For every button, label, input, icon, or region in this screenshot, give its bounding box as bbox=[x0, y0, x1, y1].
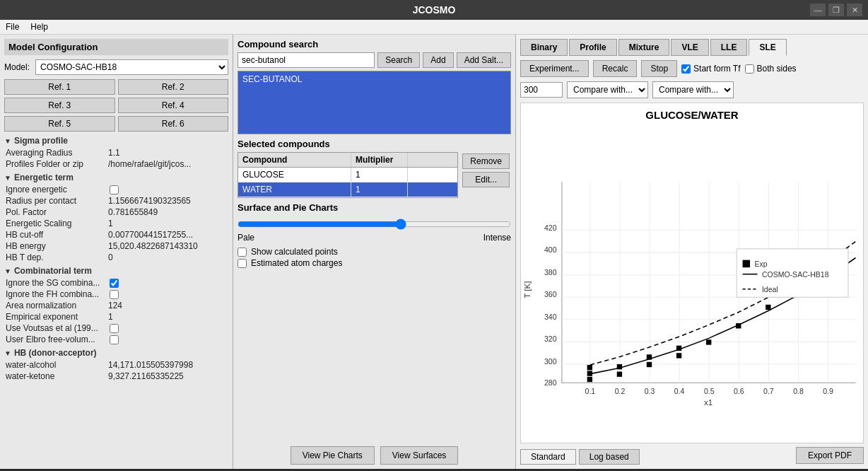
edit-button[interactable]: Edit... bbox=[462, 172, 510, 187]
view-pie-charts-button[interactable]: View Pie Charts bbox=[291, 446, 375, 465]
averaging-radius-label: Averaging Radius bbox=[6, 148, 108, 158]
svg-text:0.4: 0.4 bbox=[674, 387, 685, 395]
add-salt-button[interactable]: Add Salt... bbox=[457, 52, 511, 68]
hb-cutoff-value: 0.007700441517255... bbox=[108, 230, 193, 240]
compound-actions: Remove Edit... bbox=[461, 152, 511, 198]
hb-header: ▼ HB (donor-acceptor) bbox=[4, 348, 228, 358]
stop-button[interactable]: Stop bbox=[641, 60, 677, 77]
add-button[interactable]: Add bbox=[423, 52, 453, 68]
radius-per-contact-value: 1.1566674190323565 bbox=[108, 196, 191, 206]
ignore-sg-checkbox[interactable] bbox=[110, 279, 119, 288]
app-title: JCOSMO bbox=[413, 4, 456, 16]
pol-factor-row: Pol. Factor 0.781655849 bbox=[4, 207, 228, 218]
experiment-button[interactable]: Experiment... bbox=[520, 60, 589, 77]
user-elbro-checkbox[interactable] bbox=[110, 335, 119, 344]
view-surfaces-button[interactable]: View Surfaces bbox=[380, 446, 458, 465]
chart-svg: 280 300 320 340 360 380 400 420 0.1 0.2 bbox=[521, 124, 863, 463]
compound-row-water[interactable]: WATER 1 bbox=[238, 182, 457, 197]
ref-3-button[interactable]: Ref. 3 bbox=[4, 98, 115, 113]
search-button[interactable]: Search bbox=[377, 52, 420, 68]
svg-text:300: 300 bbox=[544, 357, 557, 366]
svg-text:0.2: 0.2 bbox=[615, 387, 626, 395]
compare-with-2-select[interactable]: Compare with... bbox=[652, 81, 734, 98]
search-result-item[interactable]: SEC-BUTANOL bbox=[238, 71, 510, 87]
left-panel-title: Model Configuration bbox=[4, 39, 228, 55]
energetic-scaling-row: Energetic Scaling 1 bbox=[4, 218, 228, 229]
both-sides-checkbox[interactable] bbox=[745, 64, 754, 74]
controls-row-2: Compare with... Compare with... bbox=[520, 81, 864, 98]
area-norm-row: Area normalization 124 bbox=[4, 300, 228, 311]
show-calc-label: Show calculated points bbox=[251, 247, 338, 257]
remove-button[interactable]: Remove bbox=[462, 153, 510, 169]
svg-rect-47 bbox=[736, 323, 741, 328]
intensity-slider[interactable] bbox=[237, 219, 511, 230]
menu-help[interactable]: Help bbox=[30, 22, 48, 32]
selected-compounds-section: Selected compounds Compound Multiplier G… bbox=[237, 139, 511, 198]
header-compound: Compound bbox=[238, 153, 351, 167]
bottom-btns: View Pie Charts View Surfaces bbox=[237, 446, 511, 465]
profiles-folder-label: Profiles Folder or zip bbox=[6, 159, 108, 169]
ref-grid: Ref. 1 Ref. 2 Ref. 3 Ref. 4 Ref. 5 Ref. … bbox=[4, 79, 228, 132]
ignore-energetic-row: Ignore energetic bbox=[4, 184, 228, 195]
tab-vle[interactable]: VLE bbox=[671, 39, 708, 56]
ref-5-button[interactable]: Ref. 5 bbox=[4, 116, 115, 132]
svg-text:0.1: 0.1 bbox=[585, 387, 596, 395]
use-voutsas-row: Use Voutsas et al (199... bbox=[4, 322, 228, 334]
svg-text:380: 380 bbox=[544, 268, 557, 277]
averaging-radius-row: Averaging Radius 1.1 bbox=[4, 147, 228, 158]
middle-panel: Compound search Search Add Add Salt... S… bbox=[233, 35, 516, 469]
tab-lle[interactable]: LLE bbox=[710, 39, 748, 56]
menu-file[interactable]: File bbox=[6, 22, 19, 32]
compound-name-glucose: GLUCOSE bbox=[238, 168, 351, 182]
compound-row-glucose[interactable]: GLUCOSE 1 bbox=[238, 168, 457, 182]
tab-binary[interactable]: Binary bbox=[520, 39, 568, 56]
show-calc-checkbox[interactable] bbox=[237, 248, 247, 257]
ref-6-button[interactable]: Ref. 6 bbox=[118, 116, 229, 132]
svg-text:0.6: 0.6 bbox=[734, 387, 744, 395]
svg-text:360: 360 bbox=[544, 290, 557, 298]
restore-button[interactable]: ❐ bbox=[828, 4, 844, 16]
search-input[interactable] bbox=[237, 52, 375, 68]
ref-2-button[interactable]: Ref. 2 bbox=[118, 79, 229, 95]
pol-factor-label: Pol. Factor bbox=[6, 207, 108, 217]
model-select[interactable]: COSMO-SAC-HB18 bbox=[35, 59, 228, 75]
both-sides-label: Both sides bbox=[745, 64, 797, 74]
svg-text:320: 320 bbox=[544, 335, 557, 343]
ignore-fh-checkbox[interactable] bbox=[110, 290, 119, 299]
svg-rect-39 bbox=[587, 365, 592, 370]
hb-energy-label: HB energy bbox=[6, 241, 108, 251]
compounds-table-header: Compound Multiplier bbox=[238, 153, 457, 168]
svg-text:0.3: 0.3 bbox=[645, 387, 655, 395]
svg-rect-41 bbox=[617, 364, 622, 369]
recalc-button[interactable]: Recalc bbox=[593, 60, 638, 77]
hb-cutoff-row: HB cut-off 0.007700441517255... bbox=[4, 229, 228, 240]
ignore-energetic-checkbox[interactable] bbox=[110, 185, 119, 194]
temperature-input[interactable] bbox=[520, 82, 563, 98]
area-norm-label: Area normalization bbox=[6, 301, 108, 310]
svg-rect-48 bbox=[766, 305, 770, 310]
svg-text:0.7: 0.7 bbox=[763, 387, 774, 395]
estimated-atom-checkbox[interactable] bbox=[237, 259, 247, 268]
minimize-button[interactable]: — bbox=[810, 4, 826, 16]
compare-with-1-select[interactable]: Compare with... bbox=[567, 81, 648, 98]
controls-row-1: Experiment... Recalc Stop Start form Tf … bbox=[520, 60, 864, 77]
hb-energy-row: HB energy 15,020.4822687143310 bbox=[4, 240, 228, 252]
start-form-tf-label: Start form Tf bbox=[681, 64, 740, 74]
radius-per-contact-row: Radius per contact 1.1566674190323565 bbox=[4, 195, 228, 207]
compound-mult-glucose: 1 bbox=[351, 168, 408, 182]
tab-mixture[interactable]: Mixture bbox=[618, 39, 670, 56]
tab-profile[interactable]: Profile bbox=[569, 39, 616, 56]
start-form-tf-checkbox[interactable] bbox=[681, 64, 691, 74]
use-voutsas-checkbox[interactable] bbox=[110, 324, 119, 333]
main-content: Model Configuration Model: COSMO-SAC-HB1… bbox=[0, 35, 868, 469]
slider-labels: Pale Intense bbox=[237, 233, 511, 243]
ref-4-button[interactable]: Ref. 4 bbox=[118, 98, 229, 113]
close-button[interactable]: ✕ bbox=[847, 4, 862, 16]
hb-t-dep-row: HB T dep. 0 bbox=[4, 252, 228, 263]
ref-1-button[interactable]: Ref. 1 bbox=[4, 79, 115, 95]
combinatorial-term-header: ▼ Combinatorial term bbox=[4, 266, 228, 276]
svg-rect-44 bbox=[676, 353, 681, 358]
search-results: SEC-BUTANOL bbox=[237, 71, 511, 134]
tab-sle[interactable]: SLE bbox=[749, 39, 786, 56]
svg-text:T [K]: T [K] bbox=[523, 281, 532, 298]
